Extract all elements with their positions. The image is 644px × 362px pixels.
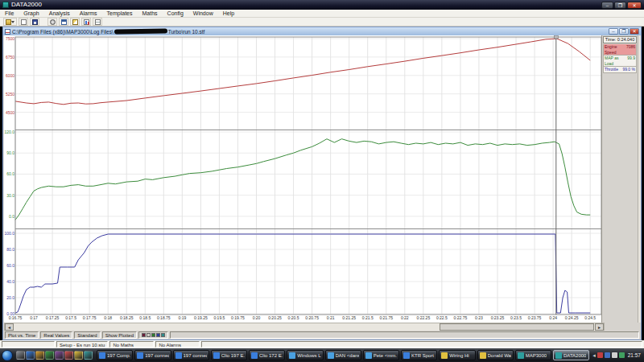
menu-config[interactable]: Config bbox=[163, 10, 188, 18]
task-197-comp-[interactable]: 197 Comp... bbox=[97, 350, 133, 360]
task-label: DAN <dans... bbox=[336, 353, 359, 358]
channel-swatch bbox=[142, 333, 146, 337]
menu-help[interactable]: Help bbox=[218, 10, 239, 18]
tray-icon-2[interactable] bbox=[605, 352, 610, 358]
quick-launch-icon-6[interactable] bbox=[64, 351, 73, 360]
app-status-lead bbox=[2, 341, 55, 348]
menu-window[interactable]: Window bbox=[188, 10, 218, 18]
svg-text:0:17.5: 0:17.5 bbox=[65, 315, 76, 320]
task-clio-172-e-[interactable]: Clio 172 E... bbox=[249, 350, 285, 360]
app-icon bbox=[2, 2, 9, 8]
quick-launch-icon-8[interactable] bbox=[84, 351, 93, 360]
menu-analysis[interactable]: Analysis bbox=[44, 10, 75, 18]
tray-icon-3[interactable] bbox=[612, 352, 617, 358]
task-data2000[interactable]: DATA2000 bbox=[553, 350, 589, 360]
svg-text:0:23.75: 0:23.75 bbox=[528, 315, 542, 320]
taskbar: 197 Comp...197 connec...197 connec...Cli… bbox=[0, 348, 644, 362]
chart-button[interactable] bbox=[81, 18, 91, 26]
menu-file[interactable]: File bbox=[0, 10, 19, 18]
task-app-icon bbox=[175, 352, 182, 359]
task-wiring-hi[interactable]: Wiring Hi bbox=[439, 350, 475, 360]
title-bar[interactable]: DATA2000 – ❐ ✕ bbox=[0, 0, 644, 10]
vertical-scrollbar[interactable] bbox=[638, 35, 641, 323]
menu-maths[interactable]: Maths bbox=[138, 10, 163, 18]
task-label: Wiring Hi bbox=[449, 353, 469, 358]
svg-text:0:17: 0:17 bbox=[30, 315, 38, 320]
power-button[interactable] bbox=[47, 18, 57, 26]
task-label: 197 connec... bbox=[145, 353, 168, 358]
task-pete-mm-[interactable]: Pete <mm... bbox=[363, 350, 399, 360]
task-donald-wal-[interactable]: Donald Wal... bbox=[477, 350, 514, 360]
task-dan-dans-[interactable]: DAN <dans... bbox=[325, 350, 361, 360]
menu-alarms[interactable]: Alarms bbox=[75, 10, 102, 18]
cursor-row-throttle[interactable]: Throttle99.0 % bbox=[603, 67, 637, 73]
task-app-icon bbox=[480, 352, 486, 359]
maximize-button[interactable]: ❐ bbox=[614, 2, 626, 9]
scroll-left-arrow[interactable]: ◂ bbox=[5, 323, 14, 331]
svg-text:0:17.75: 0:17.75 bbox=[83, 315, 97, 320]
grid-button[interactable] bbox=[93, 18, 102, 26]
task-label: 197 connec... bbox=[184, 353, 207, 358]
edit-button[interactable] bbox=[70, 18, 80, 26]
close-button[interactable]: ✕ bbox=[627, 2, 642, 9]
start-button[interactable] bbox=[2, 350, 13, 361]
svg-text:0:22.75: 0:22.75 bbox=[454, 315, 468, 320]
menu-graph[interactable]: Graph bbox=[19, 10, 43, 18]
svg-text:0:21.25: 0:21.25 bbox=[342, 315, 356, 320]
task-197-connec-[interactable]: 197 connec... bbox=[173, 350, 209, 360]
quick-launch-icon-1[interactable] bbox=[16, 351, 25, 360]
menu-templates[interactable]: Templates bbox=[102, 10, 138, 18]
svg-text:0:23: 0:23 bbox=[475, 315, 483, 320]
channel-value: 7086 bbox=[626, 44, 635, 55]
quick-launch-icon-2[interactable] bbox=[26, 351, 35, 360]
channel-swatch bbox=[161, 333, 165, 337]
redaction-scribble bbox=[114, 28, 167, 34]
minimize-button[interactable]: – bbox=[601, 2, 613, 9]
child-minimize-button[interactable]: – bbox=[609, 28, 618, 35]
svg-text:30.0: 30.0 bbox=[6, 193, 14, 198]
open-button[interactable] bbox=[3, 18, 17, 26]
status-show-plotted[interactable]: Show Plotted bbox=[102, 331, 137, 339]
app-status-no-alarms: No Alarms bbox=[155, 341, 200, 348]
svg-text:120.0: 120.0 bbox=[4, 130, 14, 134]
task-clio-197-e-[interactable]: Clio 197 E... bbox=[211, 350, 247, 360]
svg-text:0:19.75: 0:19.75 bbox=[231, 315, 245, 320]
task-label: Pete <mm... bbox=[374, 353, 397, 358]
status-plot-vs-time[interactable]: Plot vs. Time bbox=[5, 331, 39, 339]
svg-text:60.0: 60.0 bbox=[6, 171, 14, 176]
save-button[interactable] bbox=[30, 18, 39, 26]
tray-icon-1[interactable] bbox=[597, 352, 603, 358]
cursor-row-map-as-load[interactable]: MAP as Load99.9 bbox=[603, 56, 637, 67]
task-197-connec-[interactable]: 197 connec... bbox=[134, 350, 171, 360]
child-title-bar[interactable]: C:\Program Files (x86)\MAP3000\Log Files… bbox=[3, 27, 641, 35]
status-real-values[interactable]: Real Values bbox=[40, 331, 72, 339]
chart-svg[interactable]: 0:16.750:170:17.250:17.50:17.750:180:18.… bbox=[4, 35, 601, 323]
cursor-row-engine-speed[interactable]: Engine Speed7086 bbox=[603, 44, 637, 56]
tray-icons bbox=[597, 352, 625, 358]
status-standard[interactable]: Standard bbox=[74, 331, 100, 339]
quick-launch-icon-4[interactable] bbox=[45, 351, 54, 360]
task-map3000[interactable]: MAP3000 bbox=[515, 350, 551, 360]
tray-icon-4[interactable] bbox=[619, 352, 625, 358]
svg-text:7500: 7500 bbox=[6, 36, 14, 41]
channel-value: 99.0 % bbox=[622, 67, 635, 72]
scroll-right-arrow[interactable]: ▸ bbox=[595, 323, 604, 331]
channel-swatches bbox=[138, 331, 168, 339]
task-label: Windows L... bbox=[297, 353, 320, 358]
quick-launch-icon-3[interactable] bbox=[35, 351, 44, 360]
child-restore-button[interactable]: ❐ bbox=[619, 28, 629, 35]
copy-button[interactable] bbox=[19, 18, 28, 26]
menu-bar: FileGraphAnalysisAlarmsTemplatesMathsCon… bbox=[0, 10, 644, 18]
app-status-setup-es-run-10-stu: Setup - Es run 10.stu bbox=[56, 341, 108, 348]
quick-launch-icon-7[interactable] bbox=[74, 351, 83, 360]
copy-icon bbox=[21, 19, 27, 25]
child-close-button[interactable]: ✕ bbox=[630, 28, 639, 35]
quick-launch-icon-5[interactable] bbox=[55, 351, 64, 360]
tray-expand-icon[interactable]: ◂ bbox=[592, 352, 596, 359]
calendar-button[interactable] bbox=[59, 18, 68, 26]
task-windows-l-[interactable]: Windows L... bbox=[287, 350, 323, 360]
grid-icon bbox=[95, 19, 101, 25]
task-ktr-sport-l-[interactable]: KTR Sport L... bbox=[401, 350, 437, 360]
svg-text:0:24.5: 0:24.5 bbox=[584, 315, 596, 320]
scrollbar-thumb[interactable] bbox=[440, 323, 594, 331]
